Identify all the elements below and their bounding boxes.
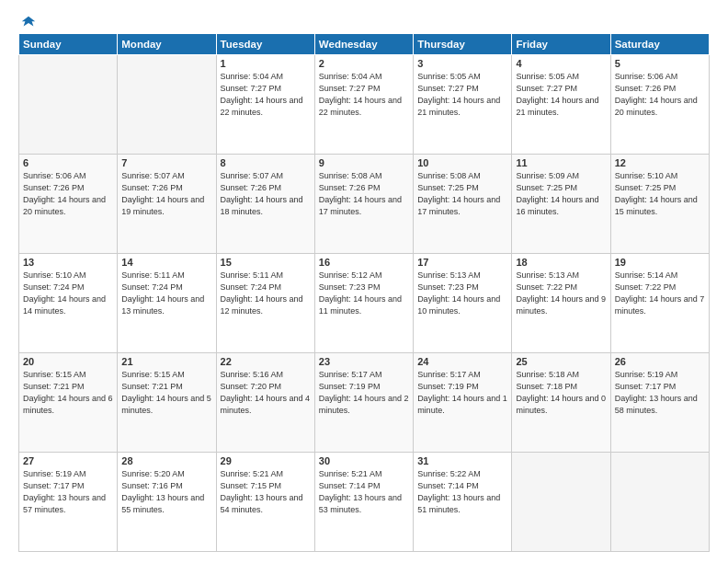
calendar-cell: 26Sunrise: 5:19 AMSunset: 7:17 PMDayligh… [610, 353, 709, 453]
day-info: Sunrise: 5:18 AMSunset: 7:18 PMDaylight:… [516, 369, 606, 417]
calendar-cell: 28Sunrise: 5:20 AMSunset: 7:16 PMDayligh… [118, 453, 216, 552]
calendar-cell: 30Sunrise: 5:21 AMSunset: 7:14 PMDayligh… [314, 453, 413, 552]
day-number: 22 [221, 356, 311, 367]
calendar-cell: 9Sunrise: 5:08 AMSunset: 7:26 PMDaylight… [314, 155, 413, 254]
day-info: Sunrise: 5:22 AMSunset: 7:14 PMDaylight:… [417, 468, 507, 516]
day-number: 8 [221, 157, 311, 168]
calendar-cell: 24Sunrise: 5:17 AMSunset: 7:19 PMDayligh… [414, 353, 512, 453]
day-info: Sunrise: 5:08 AMSunset: 7:25 PMDaylight:… [417, 170, 507, 218]
day-number: 9 [319, 157, 409, 168]
day-number: 7 [121, 157, 211, 168]
calendar-cell: 3Sunrise: 5:05 AMSunset: 7:27 PMDaylight… [414, 55, 512, 155]
day-number: 11 [516, 157, 606, 168]
calendar-cell: 15Sunrise: 5:11 AMSunset: 7:24 PMDayligh… [216, 254, 314, 353]
day-info: Sunrise: 5:10 AMSunset: 7:24 PMDaylight:… [23, 270, 113, 317]
calendar-cell: 10Sunrise: 5:08 AMSunset: 7:25 PMDayligh… [414, 155, 512, 254]
day-info: Sunrise: 5:21 AMSunset: 7:15 PMDaylight:… [221, 468, 311, 516]
day-number: 1 [221, 58, 311, 69]
day-number: 4 [516, 58, 606, 69]
calendar-week-row: 27Sunrise: 5:19 AMSunset: 7:17 PMDayligh… [19, 453, 710, 552]
day-number: 30 [319, 455, 409, 466]
day-number: 18 [516, 257, 606, 268]
day-number: 26 [615, 356, 705, 367]
day-info: Sunrise: 5:05 AMSunset: 7:27 PMDaylight:… [417, 71, 507, 119]
logo [18, 17, 37, 29]
calendar-day-header: Sunday [19, 34, 118, 55]
logo-bird-icon [20, 15, 37, 31]
calendar-cell: 2Sunrise: 5:04 AMSunset: 7:27 PMDaylight… [314, 55, 413, 155]
day-info: Sunrise: 5:15 AMSunset: 7:21 PMDaylight:… [23, 369, 113, 417]
calendar-cell: 8Sunrise: 5:07 AMSunset: 7:26 PMDaylight… [216, 155, 314, 254]
calendar-week-row: 6Sunrise: 5:06 AMSunset: 7:26 PMDaylight… [19, 155, 710, 254]
calendar-cell: 27Sunrise: 5:19 AMSunset: 7:17 PMDayligh… [19, 453, 118, 552]
calendar-day-header: Wednesday [314, 34, 413, 55]
day-info: Sunrise: 5:17 AMSunset: 7:19 PMDaylight:… [319, 369, 409, 417]
calendar-cell: 18Sunrise: 5:13 AMSunset: 7:22 PMDayligh… [512, 254, 610, 353]
day-info: Sunrise: 5:16 AMSunset: 7:20 PMDaylight:… [221, 369, 311, 417]
calendar-cell [512, 453, 610, 552]
day-info: Sunrise: 5:19 AMSunset: 7:17 PMDaylight:… [615, 369, 705, 417]
day-info: Sunrise: 5:07 AMSunset: 7:26 PMDaylight:… [221, 170, 311, 218]
calendar-cell: 14Sunrise: 5:11 AMSunset: 7:24 PMDayligh… [118, 254, 216, 353]
day-info: Sunrise: 5:20 AMSunset: 7:16 PMDaylight:… [121, 468, 211, 516]
day-number: 27 [23, 455, 113, 466]
day-number: 19 [615, 257, 705, 268]
day-info: Sunrise: 5:21 AMSunset: 7:14 PMDaylight:… [319, 468, 409, 516]
calendar-cell: 5Sunrise: 5:06 AMSunset: 7:26 PMDaylight… [610, 55, 709, 155]
day-info: Sunrise: 5:08 AMSunset: 7:26 PMDaylight:… [319, 170, 409, 218]
day-info: Sunrise: 5:11 AMSunset: 7:24 PMDaylight:… [121, 270, 211, 317]
day-info: Sunrise: 5:07 AMSunset: 7:26 PMDaylight:… [121, 170, 211, 218]
day-number: 2 [319, 58, 409, 69]
calendar-day-header: Saturday [610, 34, 709, 55]
day-number: 23 [319, 356, 409, 367]
day-info: Sunrise: 5:15 AMSunset: 7:21 PMDaylight:… [121, 369, 211, 417]
day-info: Sunrise: 5:11 AMSunset: 7:24 PMDaylight:… [221, 270, 311, 317]
day-number: 14 [121, 257, 211, 268]
calendar-week-row: 1Sunrise: 5:04 AMSunset: 7:27 PMDaylight… [19, 55, 710, 155]
day-number: 10 [417, 157, 507, 168]
calendar-cell: 31Sunrise: 5:22 AMSunset: 7:14 PMDayligh… [414, 453, 512, 552]
day-info: Sunrise: 5:06 AMSunset: 7:26 PMDaylight:… [23, 170, 113, 218]
calendar-cell: 25Sunrise: 5:18 AMSunset: 7:18 PMDayligh… [512, 353, 610, 453]
day-number: 15 [221, 257, 311, 268]
day-number: 28 [121, 455, 211, 466]
day-number: 12 [615, 157, 705, 168]
calendar-week-row: 20Sunrise: 5:15 AMSunset: 7:21 PMDayligh… [19, 353, 710, 453]
day-number: 16 [319, 257, 409, 268]
day-info: Sunrise: 5:13 AMSunset: 7:23 PMDaylight:… [417, 270, 507, 317]
calendar-cell: 21Sunrise: 5:15 AMSunset: 7:21 PMDayligh… [118, 353, 216, 453]
day-number: 31 [417, 455, 507, 466]
header [18, 17, 710, 29]
calendar-cell [610, 453, 709, 552]
calendar-cell: 6Sunrise: 5:06 AMSunset: 7:26 PMDaylight… [19, 155, 118, 254]
calendar-day-header: Monday [118, 34, 216, 55]
calendar-cell [19, 55, 118, 155]
day-info: Sunrise: 5:17 AMSunset: 7:19 PMDaylight:… [417, 369, 507, 417]
calendar-cell: 19Sunrise: 5:14 AMSunset: 7:22 PMDayligh… [610, 254, 709, 353]
day-info: Sunrise: 5:04 AMSunset: 7:27 PMDaylight:… [319, 71, 409, 119]
day-info: Sunrise: 5:04 AMSunset: 7:27 PMDaylight:… [221, 71, 311, 119]
calendar-cell: 7Sunrise: 5:07 AMSunset: 7:26 PMDaylight… [118, 155, 216, 254]
calendar-cell: 23Sunrise: 5:17 AMSunset: 7:19 PMDayligh… [314, 353, 413, 453]
day-info: Sunrise: 5:19 AMSunset: 7:17 PMDaylight:… [23, 468, 113, 516]
day-info: Sunrise: 5:09 AMSunset: 7:25 PMDaylight:… [516, 170, 606, 218]
day-number: 13 [23, 257, 113, 268]
page: SundayMondayTuesdayWednesdayThursdayFrid… [0, 0, 728, 563]
calendar-table: SundayMondayTuesdayWednesdayThursdayFrid… [18, 33, 710, 552]
calendar-cell: 4Sunrise: 5:05 AMSunset: 7:27 PMDaylight… [512, 55, 610, 155]
calendar-header-row: SundayMondayTuesdayWednesdayThursdayFrid… [19, 34, 710, 55]
day-info: Sunrise: 5:05 AMSunset: 7:27 PMDaylight:… [516, 71, 606, 119]
calendar-cell: 13Sunrise: 5:10 AMSunset: 7:24 PMDayligh… [19, 254, 118, 353]
svg-marker-0 [22, 17, 35, 27]
calendar-day-header: Tuesday [216, 34, 314, 55]
day-number: 29 [221, 455, 311, 466]
calendar-cell: 12Sunrise: 5:10 AMSunset: 7:25 PMDayligh… [610, 155, 709, 254]
day-info: Sunrise: 5:12 AMSunset: 7:23 PMDaylight:… [319, 270, 409, 317]
day-info: Sunrise: 5:14 AMSunset: 7:22 PMDaylight:… [615, 270, 705, 317]
day-number: 21 [121, 356, 211, 367]
calendar-week-row: 13Sunrise: 5:10 AMSunset: 7:24 PMDayligh… [19, 254, 710, 353]
day-number: 25 [516, 356, 606, 367]
day-number: 5 [615, 58, 705, 69]
calendar-cell: 20Sunrise: 5:15 AMSunset: 7:21 PMDayligh… [19, 353, 118, 453]
calendar-cell: 22Sunrise: 5:16 AMSunset: 7:20 PMDayligh… [216, 353, 314, 453]
